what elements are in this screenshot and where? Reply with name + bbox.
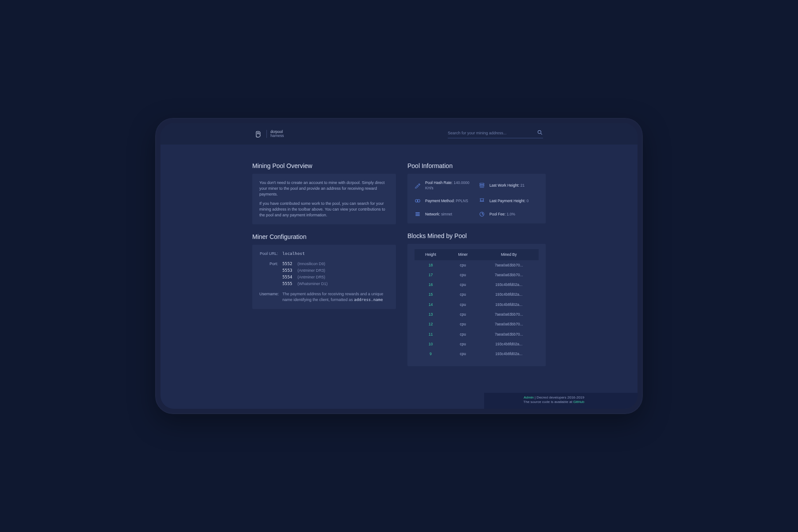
table-row[interactable]: 11cpu7aea0a63bb70... (415, 329, 539, 339)
pool-fee-icon (479, 211, 485, 217)
info-label: Last Work Height: (489, 183, 519, 188)
info-text: Pool Fee: 1.0% (489, 211, 515, 217)
cell-miner: cpu (447, 329, 479, 339)
footer-source-prefix: The source code is available at (524, 400, 574, 404)
cell-height: 16 (415, 280, 447, 289)
col-miner: Miner (447, 249, 479, 260)
search-icon (537, 129, 543, 137)
header-inner: dcrpool harness (255, 129, 543, 138)
footer-copyright: Decred developers 2016-2019 (536, 395, 584, 399)
cell-height: 13 (415, 309, 447, 319)
username-format: address.name (354, 297, 383, 302)
info-item: Pool Fee: 1.0% (479, 211, 539, 217)
pool-url-value: localhost (282, 251, 389, 257)
port-list: 5552(Innosilicon D9)5553(Antminer DR3)55… (282, 261, 389, 287)
info-label: Pool Hash Rate: (425, 180, 453, 185)
footer-text: Admin | Decred developers 2016-2019 The … (524, 395, 584, 405)
config-row-pool-url: Pool URL: localhost (259, 251, 389, 257)
table-header-row: Height Miner Mined By (415, 249, 539, 260)
footer: Admin | Decred developers 2016-2019 The … (160, 393, 638, 409)
info-value: 21 (520, 183, 524, 188)
port-name: (Antminer DR3) (297, 268, 325, 274)
cell-mined-by: 7aea0a63bb70... (479, 319, 539, 329)
cell-miner: cpu (447, 270, 479, 280)
work-height-icon (479, 182, 485, 188)
cell-miner: cpu (447, 339, 479, 349)
cell-miner: cpu (447, 309, 479, 319)
table-row[interactable]: 18cpu7aea0a63bb70... (415, 260, 539, 270)
table-row[interactable]: 14cpu193c4b8fd02a... (415, 300, 539, 309)
footer-partial-bg (160, 393, 484, 409)
svg-rect-3 (480, 185, 484, 186)
cell-miner: cpu (447, 349, 479, 359)
svg-rect-8 (415, 212, 419, 213)
cell-mined-by: 7aea0a63bb70... (479, 309, 539, 319)
info-text: Payment Method: PPLNS (425, 198, 468, 203)
pool-info-title: Pool Information (407, 162, 546, 169)
port-name: (Antminer DR5) (297, 274, 325, 280)
device-frame: dcrpool harness Mining Pool Ov (155, 118, 643, 415)
info-label: Pool Fee: (489, 212, 505, 216)
table-row[interactable]: 12cpu7aea0a63bb70... (415, 319, 539, 329)
search (448, 129, 543, 138)
svg-point-0 (538, 130, 541, 133)
blocks-title: Blocks Mined by Pool (407, 232, 546, 239)
hashrate-icon (415, 182, 421, 188)
app-screen: dcrpool harness Mining Pool Ov (160, 123, 638, 409)
cell-height: 9 (415, 349, 447, 359)
info-text: Pool Hash Rate: 140.0000 KH/s (425, 180, 474, 191)
svg-rect-9 (415, 214, 419, 215)
svg-rect-2 (480, 183, 484, 184)
table-row[interactable]: 10cpu193c4b8fd02a... (415, 339, 539, 349)
overview-p2: If you have contributed some work to the… (259, 201, 389, 218)
config-row-username: Username: The payment address for receiv… (259, 291, 389, 303)
payment-height-icon (479, 198, 485, 204)
table-row[interactable]: 9cpu193c4b8fd02a... (415, 349, 539, 359)
config-row-port: Port: 5552(Innosilicon D9)5553(Antminer … (259, 261, 389, 287)
left-column: Mining Pool Overview You don't need to c… (252, 162, 396, 366)
cell-mined-by: 193c4b8fd02a... (479, 349, 539, 359)
info-label: Payment Method: (425, 199, 455, 203)
cell-height: 17 (415, 270, 447, 280)
port-name: (Innosilicon D9) (297, 261, 325, 267)
miner-config-card: Pool URL: localhost Port: 5552(Innosilic… (252, 245, 396, 309)
cell-mined-by: 7aea0a63bb70... (479, 270, 539, 280)
cell-miner: cpu (447, 280, 479, 289)
cell-height: 18 (415, 260, 447, 270)
table-row[interactable]: 15cpu193c4b8fd02a... (415, 289, 539, 299)
table-row[interactable]: 17cpu7aea0a63bb70... (415, 270, 539, 280)
table-row[interactable]: 13cpu7aea0a63bb70... (415, 309, 539, 319)
port-label: Port: (259, 261, 282, 287)
logo-line2: harness (270, 134, 284, 138)
payment-method-icon (415, 198, 421, 204)
port-name: (Whatsminer D1) (297, 281, 328, 287)
footer-github-link[interactable]: GitHub (573, 400, 584, 404)
info-item: Payment Method: PPLNS (415, 198, 474, 204)
search-input[interactable] (448, 130, 535, 136)
header: dcrpool harness (160, 123, 638, 145)
info-value: PPLNS (456, 199, 468, 203)
logo[interactable]: dcrpool harness (255, 130, 284, 138)
info-label: Last Payment Height: (489, 199, 525, 203)
table-row[interactable]: 16cpu193c4b8fd02a... (415, 280, 539, 289)
pool-info-card: Pool Hash Rate: 140.0000 KH/sLast Work H… (407, 174, 546, 224)
info-item: Last Work Height: 21 (479, 180, 539, 191)
logo-divider (266, 130, 267, 138)
port-num: 5555 (282, 281, 295, 287)
info-text: Last Work Height: 21 (489, 183, 524, 188)
blocks-card: Height Miner Mined By 18cpu7aea0a63bb70.… (407, 244, 546, 366)
cell-height: 14 (415, 300, 447, 309)
logo-text: dcrpool harness (270, 130, 284, 138)
search-button[interactable] (537, 129, 543, 137)
cell-mined-by: 193c4b8fd02a... (479, 289, 539, 299)
info-text: Network: simnet (425, 211, 452, 217)
cell-height: 12 (415, 319, 447, 329)
info-value: simnet (441, 212, 452, 216)
network-icon (415, 211, 421, 217)
cell-miner: cpu (447, 260, 479, 270)
svg-line-1 (540, 133, 542, 134)
port-num: 5552 (282, 261, 295, 267)
col-height: Height (415, 249, 447, 260)
footer-admin-link[interactable]: Admin (524, 395, 534, 399)
cell-miner: cpu (447, 300, 479, 309)
